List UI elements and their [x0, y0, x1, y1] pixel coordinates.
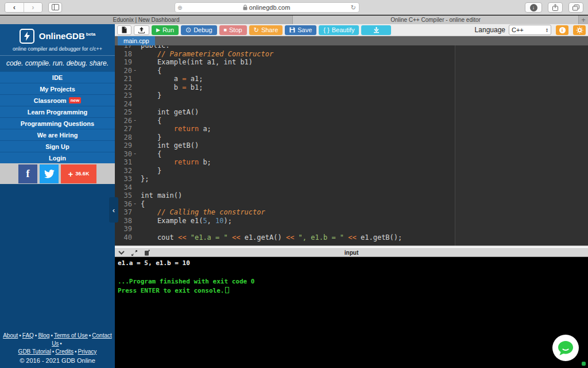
code-line[interactable]: 17public: — [115, 45, 588, 50]
beautify-button[interactable]: { } Beautify — [319, 25, 359, 35]
twitter-button[interactable] — [40, 164, 59, 183]
code-editor[interactable]: 17public:18 // Parameterized Constructor… — [115, 45, 588, 246]
line-number: 18 — [115, 50, 138, 59]
sidebar-menu: IDEMy ProjectsClassroomnewLearn Programm… — [0, 71, 115, 163]
code-line[interactable]: 22 b = b1; — [115, 83, 588, 92]
line-number: 26- — [115, 117, 138, 125]
code-line[interactable]: 40 cout << "e1.a = " << e1.getA() << ", … — [115, 233, 588, 242]
download-code-button[interactable] — [361, 25, 391, 35]
code-line[interactable]: 32 } — [115, 167, 588, 175]
bullet-separator: • — [52, 348, 55, 355]
sidebar-item-label: Learn Programming — [28, 109, 88, 116]
line-number: 17 — [115, 45, 138, 50]
upload-button[interactable] — [134, 25, 149, 35]
code-line[interactable]: 39 — [115, 225, 588, 233]
footer-link-gdb-tutorial[interactable]: GDB Tutorial — [18, 348, 51, 355]
footer-link-credits[interactable]: Credits — [55, 348, 74, 355]
code-line[interactable]: 30- { — [115, 150, 588, 159]
bullet-separator: • — [19, 332, 21, 339]
code-line[interactable]: 31 return b; — [115, 158, 588, 167]
brand-tagline: online compiler and debugger for c/c++ — [3, 46, 111, 52]
address-bar[interactable]: ⊕ onlinegdb.com ↻ — [175, 2, 359, 13]
run-button[interactable]: ▶ Run — [152, 25, 179, 35]
code-text: return b; — [138, 158, 211, 167]
code-text: Example(int a1, int b1) — [138, 58, 253, 67]
sidebar-item-sign-up[interactable]: Sign Up — [0, 140, 115, 152]
bullet-separator: • — [60, 340, 62, 347]
console-output[interactable]: e1.a = 5, e1.b = 10 ...Program finished … — [115, 257, 588, 368]
sidebar: OnlineGDBbeta online compiler and debugg… — [0, 24, 115, 368]
screen: ‹ › ⊕ onlinegdb.com ↻ ↓ Eduonix — [0, 0, 588, 368]
code-line[interactable]: 20- { — [115, 67, 588, 75]
code-line[interactable]: 25 int getA() — [115, 108, 588, 117]
sidebar-item-label: My Projects — [40, 86, 75, 93]
code-line[interactable]: 26- { — [115, 117, 588, 125]
browser-tab-eduonix[interactable]: Eduonix | New Dashboard — [0, 16, 293, 24]
browser-tab-onlinegdb[interactable]: Online C++ Compiler - online editor — [293, 16, 579, 24]
new-file-button[interactable] — [117, 25, 131, 35]
sidebar-item-classroom[interactable]: Classroomnew — [0, 94, 115, 106]
code-line[interactable]: 21 a = a1; — [115, 75, 588, 83]
input-tab-label[interactable]: input — [115, 250, 588, 256]
downloads-button[interactable]: ↓ — [525, 2, 542, 13]
code-text: Example e1(5, 10); — [138, 217, 232, 225]
back-button[interactable]: ‹ — [5, 3, 24, 12]
sidebar-collapse-handle[interactable]: ‹ — [109, 197, 118, 223]
code-line[interactable]: 18 // Parameterized Constructor — [115, 50, 588, 59]
sidebar-item-ide[interactable]: IDE — [0, 71, 115, 83]
code-line[interactable]: 27 return a; — [115, 125, 588, 133]
sidebar-item-we-are-hiring[interactable]: We are Hiring — [0, 129, 115, 140]
footer-link-terms-of-use[interactable]: Terms of Use — [54, 332, 88, 339]
sidebar-item-label: Classroom — [34, 97, 67, 104]
code-line[interactable]: 35int main() — [115, 191, 588, 200]
code-line[interactable]: 19 Example(int a1, int b1) — [115, 58, 588, 67]
debug-button[interactable]: ⊙ Debug — [181, 25, 216, 35]
sidebar-item-learn-programming[interactable]: Learn Programming — [0, 106, 115, 117]
settings-button[interactable] — [573, 25, 586, 35]
code-line[interactable]: 38 Example e1(5, 10); — [115, 217, 588, 225]
code-line[interactable]: 24 — [115, 100, 588, 109]
file-tab-main-cpp[interactable]: main.cpp — [118, 36, 155, 45]
line-number: 35 — [115, 191, 138, 200]
code-line[interactable]: 29 int getB() — [115, 141, 588, 150]
code-line[interactable]: 36-{ — [115, 200, 588, 209]
footer-link-faq[interactable]: FAQ — [22, 332, 34, 339]
console-line: ...Program finished with exit code 0 — [118, 277, 588, 286]
lightning-bolt-icon — [20, 29, 34, 44]
share-code-button[interactable]: ↻ Share — [249, 25, 283, 35]
sidebar-icon — [52, 4, 59, 10]
facebook-button[interactable]: f — [18, 164, 37, 183]
code-text: } — [138, 167, 161, 175]
sidebar-item-label: IDE — [52, 74, 63, 81]
sidebar-item-login[interactable]: Login — [0, 152, 115, 163]
sidebar-item-programming-questions[interactable]: Programming Questions — [0, 117, 115, 129]
code-line[interactable]: 34 — [115, 183, 588, 192]
language-select[interactable]: C++ ▲▼ — [509, 25, 551, 35]
circle-plus-icon[interactable]: ⊕ — [177, 5, 182, 11]
code-line[interactable]: 28 } — [115, 133, 588, 142]
fold-marker-icon[interactable]: - — [133, 116, 137, 125]
share-page-button[interactable] — [548, 2, 563, 13]
refresh-icon[interactable]: ↻ — [351, 4, 356, 12]
code-line[interactable]: 37 // Calling the constructor — [115, 208, 588, 217]
stop-button[interactable]: ■ Stop — [219, 25, 247, 35]
new-tab-button[interactable]: + — [579, 16, 588, 24]
code-text: // Parameterized Constructor — [138, 50, 273, 59]
forward-button[interactable]: › — [24, 3, 42, 12]
code-line[interactable]: 33}; — [115, 175, 588, 183]
footer-link-blog[interactable]: Blog — [38, 332, 49, 339]
sidebar-item-my-projects[interactable]: My Projects — [0, 83, 115, 94]
tab-overview-button[interactable] — [568, 2, 583, 13]
info-button[interactable]: i — [556, 25, 568, 35]
fold-marker-icon[interactable]: - — [133, 200, 137, 208]
fold-marker-icon[interactable]: - — [133, 66, 137, 75]
footer-links-row1: About•FAQ•Blog•Terms of Use•Contact Us• — [0, 332, 115, 348]
chat-widget-button[interactable] — [552, 335, 579, 361]
footer-link-about[interactable]: About — [3, 332, 18, 339]
sidebar-toggle-button[interactable] — [48, 2, 62, 13]
save-button[interactable]: Save — [285, 25, 316, 35]
code-line[interactable]: 23 } — [115, 91, 588, 100]
addthis-share-button[interactable]: + 36.6K — [61, 164, 96, 183]
footer-link-privacy[interactable]: Privacy — [78, 348, 97, 355]
fold-marker-icon[interactable]: - — [133, 150, 137, 158]
